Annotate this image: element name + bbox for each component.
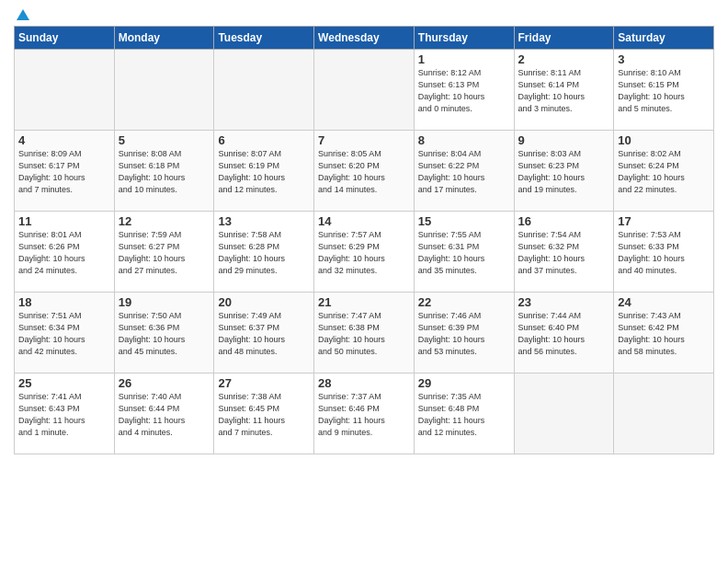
day-number: 29: [418, 376, 510, 390]
weekday-header: Thursday: [414, 27, 514, 50]
day-detail: Sunrise: 8:05 AM Sunset: 6:20 PM Dayligh…: [318, 148, 410, 196]
day-number: 28: [318, 376, 410, 390]
day-number: 6: [218, 133, 310, 147]
day-detail: Sunrise: 7:37 AM Sunset: 6:46 PM Dayligh…: [318, 391, 410, 439]
day-detail: Sunrise: 7:50 AM Sunset: 6:36 PM Dayligh…: [119, 310, 210, 358]
day-detail: Sunrise: 7:54 AM Sunset: 6:32 PM Dayligh…: [518, 229, 610, 277]
calendar-cell: 12Sunrise: 7:59 AM Sunset: 6:27 PM Dayli…: [114, 212, 214, 293]
logo-blue-text: [14, 9, 29, 21]
day-number: 24: [618, 295, 710, 309]
day-number: 22: [418, 295, 510, 309]
calendar-cell: 4Sunrise: 8:09 AM Sunset: 6:17 PM Daylig…: [15, 131, 115, 212]
day-detail: Sunrise: 8:04 AM Sunset: 6:22 PM Dayligh…: [418, 148, 510, 196]
day-detail: Sunrise: 8:11 AM Sunset: 6:14 PM Dayligh…: [518, 67, 610, 115]
calendar-cell: 6Sunrise: 8:07 AM Sunset: 6:19 PM Daylig…: [214, 131, 314, 212]
calendar-week-row: 11Sunrise: 8:01 AM Sunset: 6:26 PM Dayli…: [15, 212, 714, 293]
calendar-cell: 13Sunrise: 7:58 AM Sunset: 6:28 PM Dayli…: [214, 212, 314, 293]
day-detail: Sunrise: 8:09 AM Sunset: 6:17 PM Dayligh…: [18, 148, 110, 196]
calendar-cell: [15, 50, 115, 131]
calendar-cell: 20Sunrise: 7:49 AM Sunset: 6:37 PM Dayli…: [214, 293, 314, 373]
day-number: 15: [418, 214, 510, 228]
calendar-table: SundayMondayTuesdayWednesdayThursdayFrid…: [14, 26, 714, 454]
day-number: 18: [18, 295, 110, 309]
calendar-cell: [214, 50, 314, 131]
day-number: 10: [618, 133, 710, 147]
calendar-cell: 28Sunrise: 7:37 AM Sunset: 6:46 PM Dayli…: [314, 373, 415, 454]
day-number: 20: [218, 295, 310, 309]
logo-triangle-icon: [17, 9, 29, 20]
calendar-cell: 2Sunrise: 8:11 AM Sunset: 6:14 PM Daylig…: [514, 50, 614, 131]
calendar-week-row: 1Sunrise: 8:12 AM Sunset: 6:13 PM Daylig…: [15, 50, 714, 131]
weekday-header: Friday: [514, 27, 614, 50]
calendar-cell: 23Sunrise: 7:44 AM Sunset: 6:40 PM Dayli…: [514, 293, 614, 373]
weekday-header: Wednesday: [314, 27, 415, 50]
day-number: 1: [418, 52, 510, 66]
day-number: 23: [518, 295, 610, 309]
calendar-cell: [614, 373, 714, 454]
day-number: 13: [218, 214, 310, 228]
day-detail: Sunrise: 8:08 AM Sunset: 6:18 PM Dayligh…: [119, 148, 210, 196]
day-detail: Sunrise: 7:51 AM Sunset: 6:34 PM Dayligh…: [18, 310, 110, 358]
day-number: 4: [18, 133, 110, 147]
day-number: 9: [518, 133, 610, 147]
day-detail: Sunrise: 8:03 AM Sunset: 6:23 PM Dayligh…: [518, 148, 610, 196]
day-detail: Sunrise: 7:53 AM Sunset: 6:33 PM Dayligh…: [618, 229, 710, 277]
day-number: 27: [218, 376, 310, 390]
day-number: 8: [418, 133, 510, 147]
day-detail: Sunrise: 7:57 AM Sunset: 6:29 PM Dayligh…: [318, 229, 410, 277]
calendar-cell: 15Sunrise: 7:55 AM Sunset: 6:31 PM Dayli…: [414, 212, 514, 293]
calendar-cell: 24Sunrise: 7:43 AM Sunset: 6:42 PM Dayli…: [614, 293, 714, 373]
calendar-cell: 5Sunrise: 8:08 AM Sunset: 6:18 PM Daylig…: [114, 131, 214, 212]
day-detail: Sunrise: 7:41 AM Sunset: 6:43 PM Dayligh…: [18, 391, 110, 439]
day-number: 3: [618, 52, 710, 66]
calendar-cell: 19Sunrise: 7:50 AM Sunset: 6:36 PM Dayli…: [114, 293, 214, 373]
day-number: 25: [18, 376, 110, 390]
page-container: SundayMondayTuesdayWednesdayThursdayFrid…: [0, 0, 728, 464]
day-detail: Sunrise: 7:44 AM Sunset: 6:40 PM Dayligh…: [518, 310, 610, 358]
day-detail: Sunrise: 8:02 AM Sunset: 6:24 PM Dayligh…: [618, 148, 710, 196]
day-detail: Sunrise: 7:59 AM Sunset: 6:27 PM Dayligh…: [119, 229, 210, 277]
calendar-cell: 9Sunrise: 8:03 AM Sunset: 6:23 PM Daylig…: [514, 131, 614, 212]
calendar-cell: 17Sunrise: 7:53 AM Sunset: 6:33 PM Dayli…: [614, 212, 714, 293]
calendar-cell: [314, 50, 415, 131]
day-detail: Sunrise: 7:43 AM Sunset: 6:42 PM Dayligh…: [618, 310, 710, 358]
calendar-cell: 18Sunrise: 7:51 AM Sunset: 6:34 PM Dayli…: [15, 293, 115, 373]
calendar-week-row: 25Sunrise: 7:41 AM Sunset: 6:43 PM Dayli…: [15, 373, 714, 454]
day-number: 11: [18, 214, 110, 228]
day-detail: Sunrise: 7:55 AM Sunset: 6:31 PM Dayligh…: [418, 229, 510, 277]
day-number: 16: [518, 214, 610, 228]
calendar-cell: 3Sunrise: 8:10 AM Sunset: 6:15 PM Daylig…: [614, 50, 714, 131]
calendar-cell: [514, 373, 614, 454]
calendar-cell: 10Sunrise: 8:02 AM Sunset: 6:24 PM Dayli…: [614, 131, 714, 212]
day-detail: Sunrise: 8:01 AM Sunset: 6:26 PM Dayligh…: [18, 229, 110, 277]
day-detail: Sunrise: 7:35 AM Sunset: 6:48 PM Dayligh…: [418, 391, 510, 439]
calendar-cell: 25Sunrise: 7:41 AM Sunset: 6:43 PM Dayli…: [15, 373, 115, 454]
day-number: 14: [318, 214, 410, 228]
calendar-cell: 16Sunrise: 7:54 AM Sunset: 6:32 PM Dayli…: [514, 212, 614, 293]
day-number: 21: [318, 295, 410, 309]
calendar-cell: 11Sunrise: 8:01 AM Sunset: 6:26 PM Dayli…: [15, 212, 115, 293]
day-number: 19: [119, 295, 210, 309]
day-detail: Sunrise: 7:49 AM Sunset: 6:37 PM Dayligh…: [218, 310, 310, 358]
day-number: 26: [119, 376, 210, 390]
calendar-cell: 27Sunrise: 7:38 AM Sunset: 6:45 PM Dayli…: [214, 373, 314, 454]
day-detail: Sunrise: 7:40 AM Sunset: 6:44 PM Dayligh…: [119, 391, 210, 439]
weekday-header: Tuesday: [214, 27, 314, 50]
day-number: 17: [618, 214, 710, 228]
calendar-cell: [114, 50, 214, 131]
weekday-header: Monday: [114, 27, 214, 50]
calendar-week-row: 18Sunrise: 7:51 AM Sunset: 6:34 PM Dayli…: [15, 293, 714, 373]
calendar-cell: 21Sunrise: 7:47 AM Sunset: 6:38 PM Dayli…: [314, 293, 415, 373]
day-detail: Sunrise: 7:58 AM Sunset: 6:28 PM Dayligh…: [218, 229, 310, 277]
calendar-cell: 1Sunrise: 8:12 AM Sunset: 6:13 PM Daylig…: [414, 50, 514, 131]
calendar-cell: 8Sunrise: 8:04 AM Sunset: 6:22 PM Daylig…: [414, 131, 514, 212]
day-detail: Sunrise: 8:10 AM Sunset: 6:15 PM Dayligh…: [618, 67, 710, 115]
day-detail: Sunrise: 8:07 AM Sunset: 6:19 PM Dayligh…: [218, 148, 310, 196]
day-detail: Sunrise: 8:12 AM Sunset: 6:13 PM Dayligh…: [418, 67, 510, 115]
day-number: 2: [518, 52, 610, 66]
calendar-cell: 14Sunrise: 7:57 AM Sunset: 6:29 PM Dayli…: [314, 212, 415, 293]
header: [14, 9, 714, 21]
calendar-cell: 7Sunrise: 8:05 AM Sunset: 6:20 PM Daylig…: [314, 131, 415, 212]
day-detail: Sunrise: 7:46 AM Sunset: 6:39 PM Dayligh…: [418, 310, 510, 358]
calendar-header-row: SundayMondayTuesdayWednesdayThursdayFrid…: [15, 27, 714, 50]
